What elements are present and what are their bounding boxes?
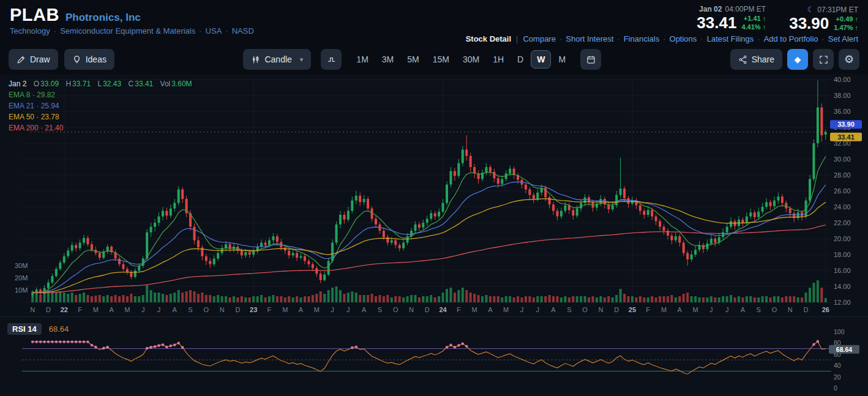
svg-text:26.00: 26.00 [834, 187, 851, 195]
chart-type-select[interactable]: Candle ▾ [243, 49, 311, 70]
svg-text:14.00: 14.00 [834, 283, 851, 290]
svg-text:M: M [503, 306, 509, 313]
svg-text:33.41: 33.41 [837, 133, 855, 141]
timeframe-15m[interactable]: 15M [427, 50, 455, 69]
calendar-button[interactable] [580, 49, 601, 70]
svg-text:A: A [741, 306, 746, 313]
svg-text:10M: 10M [15, 286, 28, 294]
separator: · [559, 34, 562, 43]
extended-change-abs: +0.49 ↑ [836, 15, 858, 23]
svg-text:J: J [141, 306, 145, 313]
ideas-button[interactable]: Ideas [64, 49, 114, 70]
ideas-button-label: Ideas [86, 54, 107, 64]
session-time: 04:00PM ET [725, 5, 766, 13]
nav-link-financials[interactable]: Financials [624, 34, 660, 43]
settings-button[interactable]: ⚙ [839, 49, 859, 70]
svg-text:J: J [331, 306, 334, 313]
stock-nav: Stock Detail|Compare·Short Interest·Fina… [466, 34, 858, 43]
svg-text:M: M [314, 306, 320, 313]
timeframe-m[interactable]: M [552, 50, 572, 69]
svg-text:16.00: 16.00 [834, 267, 851, 274]
svg-text:O: O [204, 306, 209, 313]
nav-link-short-interest[interactable]: Short Interest [566, 34, 613, 43]
svg-text:36.00: 36.00 [834, 108, 851, 115]
step-line-icon [327, 55, 336, 64]
svg-text:J: J [520, 306, 524, 313]
draw-button[interactable]: Draw [9, 49, 58, 70]
svg-text:A: A [299, 306, 304, 313]
timeframe-30m[interactable]: 30M [457, 50, 485, 69]
svg-text:40.00: 40.00 [834, 76, 851, 83]
rsi-chart[interactable]: 10080604020068.64 [0, 328, 868, 394]
svg-text:D: D [235, 306, 240, 313]
nav-link-options[interactable]: Options [670, 34, 697, 43]
svg-text:N: N [598, 306, 603, 313]
svg-text:F: F [268, 306, 272, 313]
timeframe-1m[interactable]: 1M [350, 50, 374, 69]
extended-price: 33.90 [789, 15, 829, 31]
svg-text:28.00: 28.00 [834, 171, 851, 179]
svg-text:N: N [788, 306, 793, 313]
gear-icon: ⚙ [844, 53, 854, 66]
breadcrumb-item-technology[interactable]: Technology [10, 26, 50, 35]
fullscreen-icon [819, 55, 828, 64]
svg-text:D: D [46, 306, 51, 313]
svg-text:M: M [282, 306, 288, 313]
svg-text:A: A [678, 306, 683, 313]
session-change-abs: +1.41 ↑ [744, 14, 766, 23]
svg-text:S: S [567, 306, 571, 313]
title-block: PLAB Photronics, Inc Technology·Semicond… [10, 5, 254, 44]
header: PLAB Photronics, Inc Technology·Semicond… [0, 0, 868, 44]
chevron-down-icon: ▾ [300, 56, 304, 64]
svg-text:30M: 30M [15, 262, 28, 269]
svg-text:A: A [551, 306, 556, 313]
chart-toolbar: Draw Ideas Candle ▾ 1M3M5M15M30M1HDWM Sh… [0, 44, 868, 75]
timeframe-group: 1M3M5M15M30M1HDWM [350, 50, 572, 69]
timeframe-3m[interactable]: 3M [376, 50, 400, 69]
svg-text:J: J [725, 306, 729, 313]
separator: · [757, 34, 760, 43]
svg-text:S: S [378, 306, 382, 313]
svg-text:O: O [772, 306, 777, 313]
svg-text:S: S [188, 306, 192, 313]
fullscreen-button[interactable] [813, 49, 834, 70]
breadcrumb-item-usa[interactable]: USA [206, 26, 222, 35]
svg-text:N: N [30, 306, 35, 313]
svg-text:68.64: 68.64 [836, 346, 852, 353]
company-name: Photronics, Inc [65, 12, 141, 24]
breadcrumb-item-nasd[interactable]: NASD [232, 26, 254, 35]
svg-text:M: M [692, 306, 698, 313]
price-chart[interactable]: 40.0038.0036.0034.0032.0030.0028.0026.00… [0, 75, 868, 316]
svg-text:N: N [409, 306, 414, 313]
share-icon [738, 55, 747, 64]
timeframe-1h[interactable]: 1H [487, 50, 510, 69]
breadcrumb: Technology·Semiconductor Equipment & Mat… [10, 26, 254, 35]
lightbulb-icon [72, 55, 81, 64]
svg-text:A: A [362, 306, 367, 313]
premium-button[interactable]: ◆ [787, 49, 808, 70]
nav-link-set-alert[interactable]: Set Alert [828, 34, 858, 43]
crescent-moon-icon: ☾ [807, 5, 815, 14]
extended-change-pct: 1.47% ↑ [834, 23, 858, 32]
svg-text:O: O [393, 306, 398, 313]
svg-text:M: M [661, 306, 667, 313]
svg-text:33.90: 33.90 [837, 121, 855, 128]
svg-text:J: J [536, 306, 540, 313]
nav-link-latest-filings[interactable]: Latest Filings [707, 34, 754, 43]
separator: · [617, 34, 619, 43]
svg-text:D: D [614, 306, 619, 313]
session-date: Jan 02 [699, 5, 722, 13]
timeframe-w[interactable]: W [531, 50, 551, 69]
separator: · [199, 26, 201, 35]
share-button[interactable]: Share [730, 49, 782, 70]
nav-link-add-to-portfolio[interactable]: Add to Portfolio [764, 34, 818, 43]
nav-stock-detail[interactable]: Stock Detail [466, 34, 511, 43]
chart-style-button[interactable] [321, 49, 342, 70]
extended-timestamp: ☾07:31PM ET [807, 5, 858, 14]
breadcrumb-item-semiconductor-equipment-materials[interactable]: Semiconductor Equipment & Materials [60, 26, 195, 35]
timeframe-5m[interactable]: 5M [401, 50, 425, 69]
svg-text:D: D [425, 306, 430, 313]
svg-text:J: J [157, 306, 161, 313]
timeframe-d[interactable]: D [511, 50, 529, 69]
nav-link-compare[interactable]: Compare [523, 34, 555, 43]
